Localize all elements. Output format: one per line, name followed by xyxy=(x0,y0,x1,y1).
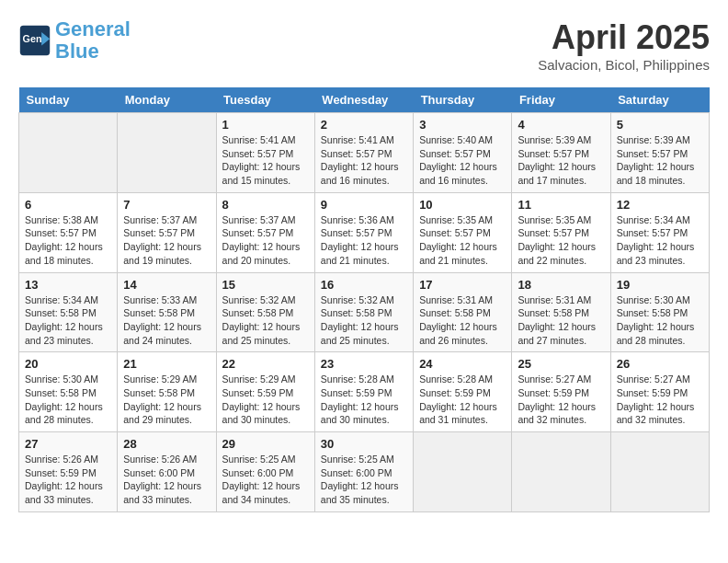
weekday-header: Monday xyxy=(118,87,216,113)
calendar-cell: 23Sunrise: 5:28 AM Sunset: 5:59 PM Dayli… xyxy=(314,352,413,432)
day-info: Sunrise: 5:27 AM Sunset: 5:59 PM Dayligh… xyxy=(617,373,703,427)
calendar-table: SundayMondayTuesdayWednesdayThursdayFrid… xyxy=(18,87,710,512)
logo: Gen GeneralBlue xyxy=(18,18,131,63)
calendar-week: 1Sunrise: 5:41 AM Sunset: 5:57 PM Daylig… xyxy=(19,113,710,193)
day-number: 10 xyxy=(419,198,506,212)
day-info: Sunrise: 5:41 AM Sunset: 5:57 PM Dayligh… xyxy=(321,133,407,188)
page-header: Gen GeneralBlue April 2025 Salvacion, Bi… xyxy=(18,18,710,73)
day-info: Sunrise: 5:29 AM Sunset: 5:58 PM Dayligh… xyxy=(123,373,210,427)
calendar-cell: 2Sunrise: 5:41 AM Sunset: 5:57 PM Daylig… xyxy=(314,113,413,193)
calendar-header: SundayMondayTuesdayWednesdayThursdayFrid… xyxy=(19,87,710,113)
calendar-week: 27Sunrise: 5:26 AM Sunset: 5:59 PM Dayli… xyxy=(19,432,710,512)
day-number: 26 xyxy=(617,357,703,371)
day-number: 6 xyxy=(25,198,111,212)
calendar-cell: 30Sunrise: 5:25 AM Sunset: 6:00 PM Dayli… xyxy=(314,432,413,512)
day-number: 21 xyxy=(123,357,210,371)
day-info: Sunrise: 5:35 AM Sunset: 5:57 PM Dayligh… xyxy=(419,213,506,268)
day-number: 3 xyxy=(419,118,506,132)
calendar-cell: 24Sunrise: 5:28 AM Sunset: 5:59 PM Dayli… xyxy=(414,352,512,432)
day-number: 25 xyxy=(518,357,604,371)
day-info: Sunrise: 5:33 AM Sunset: 5:58 PM Dayligh… xyxy=(123,293,210,348)
weekday-header: Tuesday xyxy=(216,87,314,113)
calendar-cell xyxy=(118,113,216,193)
calendar-cell: 18Sunrise: 5:31 AM Sunset: 5:58 PM Dayli… xyxy=(512,272,610,352)
day-info: Sunrise: 5:37 AM Sunset: 5:57 PM Dayligh… xyxy=(123,213,210,268)
title-block: April 2025 Salvacion, Bicol, Philippines xyxy=(538,18,710,73)
calendar-cell: 5Sunrise: 5:39 AM Sunset: 5:57 PM Daylig… xyxy=(610,113,709,193)
weekday-header: Friday xyxy=(512,87,610,113)
calendar-cell: 1Sunrise: 5:41 AM Sunset: 5:57 PM Daylig… xyxy=(216,113,314,193)
calendar-cell: 7Sunrise: 5:37 AM Sunset: 5:57 PM Daylig… xyxy=(118,192,216,272)
day-number: 1 xyxy=(222,118,309,132)
calendar-week: 6Sunrise: 5:38 AM Sunset: 5:57 PM Daylig… xyxy=(19,192,710,272)
logo-text: GeneralBlue xyxy=(55,18,131,63)
day-info: Sunrise: 5:32 AM Sunset: 5:58 PM Dayligh… xyxy=(222,293,309,348)
calendar-cell: 4Sunrise: 5:39 AM Sunset: 5:57 PM Daylig… xyxy=(512,113,610,193)
month-title: April 2025 xyxy=(538,18,710,57)
day-info: Sunrise: 5:41 AM Sunset: 5:57 PM Dayligh… xyxy=(222,133,309,188)
day-info: Sunrise: 5:39 AM Sunset: 5:57 PM Dayligh… xyxy=(617,133,703,188)
calendar-cell: 20Sunrise: 5:30 AM Sunset: 5:58 PM Dayli… xyxy=(19,352,118,432)
calendar-cell: 15Sunrise: 5:32 AM Sunset: 5:58 PM Dayli… xyxy=(216,272,314,352)
calendar-cell: 11Sunrise: 5:35 AM Sunset: 5:57 PM Dayli… xyxy=(512,192,610,272)
day-number: 17 xyxy=(419,278,506,292)
calendar-cell: 26Sunrise: 5:27 AM Sunset: 5:59 PM Dayli… xyxy=(610,352,709,432)
day-number: 5 xyxy=(617,118,703,132)
day-number: 20 xyxy=(25,357,111,371)
weekday-header: Thursday xyxy=(414,87,512,113)
day-info: Sunrise: 5:39 AM Sunset: 5:57 PM Dayligh… xyxy=(518,133,604,188)
day-number: 14 xyxy=(123,278,210,292)
day-info: Sunrise: 5:31 AM Sunset: 5:58 PM Dayligh… xyxy=(419,293,506,348)
day-number: 18 xyxy=(518,278,604,292)
day-info: Sunrise: 5:25 AM Sunset: 6:00 PM Dayligh… xyxy=(222,453,309,507)
day-info: Sunrise: 5:38 AM Sunset: 5:57 PM Dayligh… xyxy=(25,213,111,268)
calendar-cell: 19Sunrise: 5:30 AM Sunset: 5:58 PM Dayli… xyxy=(610,272,709,352)
calendar-cell: 14Sunrise: 5:33 AM Sunset: 5:58 PM Dayli… xyxy=(118,272,216,352)
day-info: Sunrise: 5:26 AM Sunset: 6:00 PM Dayligh… xyxy=(123,453,210,507)
day-number: 9 xyxy=(321,198,407,212)
calendar-cell: 16Sunrise: 5:32 AM Sunset: 5:58 PM Dayli… xyxy=(314,272,413,352)
day-info: Sunrise: 5:36 AM Sunset: 5:57 PM Dayligh… xyxy=(321,213,407,268)
day-number: 19 xyxy=(617,278,703,292)
calendar-cell: 10Sunrise: 5:35 AM Sunset: 5:57 PM Dayli… xyxy=(414,192,512,272)
calendar-cell: 28Sunrise: 5:26 AM Sunset: 6:00 PM Dayli… xyxy=(118,432,216,512)
calendar-body: 1Sunrise: 5:41 AM Sunset: 5:57 PM Daylig… xyxy=(19,113,710,512)
calendar-cell: 22Sunrise: 5:29 AM Sunset: 5:59 PM Dayli… xyxy=(216,352,314,432)
day-number: 11 xyxy=(518,198,604,212)
day-number: 12 xyxy=(617,198,703,212)
calendar-cell: 9Sunrise: 5:36 AM Sunset: 5:57 PM Daylig… xyxy=(314,192,413,272)
day-number: 29 xyxy=(222,437,309,451)
logo-icon: Gen xyxy=(18,24,51,57)
calendar-cell: 6Sunrise: 5:38 AM Sunset: 5:57 PM Daylig… xyxy=(19,192,118,272)
day-number: 7 xyxy=(123,198,210,212)
day-number: 15 xyxy=(222,278,309,292)
day-info: Sunrise: 5:30 AM Sunset: 5:58 PM Dayligh… xyxy=(617,293,703,348)
calendar-cell: 12Sunrise: 5:34 AM Sunset: 5:57 PM Dayli… xyxy=(610,192,709,272)
day-info: Sunrise: 5:34 AM Sunset: 5:58 PM Dayligh… xyxy=(25,293,111,348)
day-number: 2 xyxy=(321,118,407,132)
calendar-cell: 21Sunrise: 5:29 AM Sunset: 5:58 PM Dayli… xyxy=(118,352,216,432)
calendar-cell xyxy=(414,432,512,512)
calendar-cell xyxy=(610,432,709,512)
day-info: Sunrise: 5:25 AM Sunset: 6:00 PM Dayligh… xyxy=(321,453,407,507)
day-info: Sunrise: 5:31 AM Sunset: 5:58 PM Dayligh… xyxy=(518,293,604,348)
calendar-cell: 3Sunrise: 5:40 AM Sunset: 5:57 PM Daylig… xyxy=(414,113,512,193)
calendar-cell xyxy=(512,432,610,512)
day-number: 8 xyxy=(222,198,309,212)
svg-text:Gen: Gen xyxy=(23,33,42,44)
day-info: Sunrise: 5:29 AM Sunset: 5:59 PM Dayligh… xyxy=(222,373,309,427)
day-info: Sunrise: 5:35 AM Sunset: 5:57 PM Dayligh… xyxy=(518,213,604,268)
calendar-week: 20Sunrise: 5:30 AM Sunset: 5:58 PM Dayli… xyxy=(19,352,710,432)
day-info: Sunrise: 5:27 AM Sunset: 5:59 PM Dayligh… xyxy=(518,373,604,427)
day-info: Sunrise: 5:37 AM Sunset: 5:57 PM Dayligh… xyxy=(222,213,309,268)
day-number: 28 xyxy=(123,437,210,451)
day-number: 24 xyxy=(419,357,506,371)
calendar-week: 13Sunrise: 5:34 AM Sunset: 5:58 PM Dayli… xyxy=(19,272,710,352)
day-info: Sunrise: 5:32 AM Sunset: 5:58 PM Dayligh… xyxy=(321,293,407,348)
calendar-cell xyxy=(19,113,118,193)
day-info: Sunrise: 5:26 AM Sunset: 5:59 PM Dayligh… xyxy=(25,453,111,507)
calendar-cell: 27Sunrise: 5:26 AM Sunset: 5:59 PM Dayli… xyxy=(19,432,118,512)
calendar-cell: 13Sunrise: 5:34 AM Sunset: 5:58 PM Dayli… xyxy=(19,272,118,352)
weekday-header: Sunday xyxy=(19,87,118,113)
day-number: 16 xyxy=(321,278,407,292)
